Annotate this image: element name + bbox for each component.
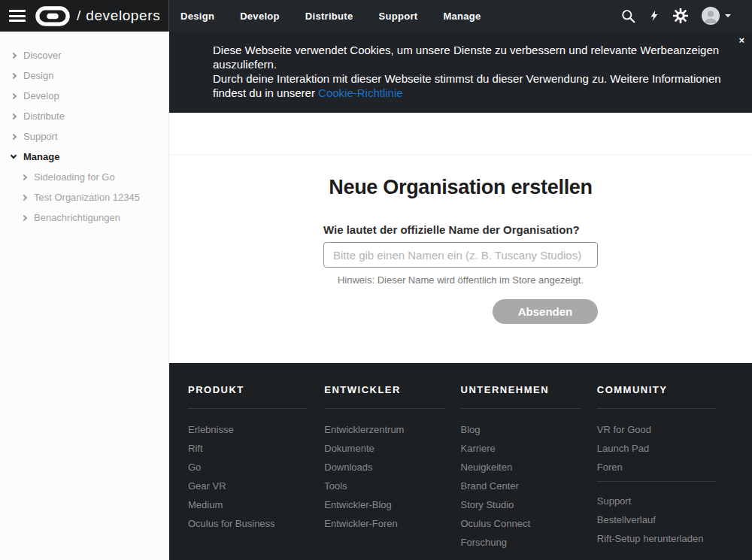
footer-link[interactable]: Neuigkeiten xyxy=(461,462,581,472)
navbar-icon-group xyxy=(621,7,731,25)
sidebar-item-label: Support xyxy=(23,131,58,142)
org-name-input[interactable] xyxy=(323,242,598,268)
close-icon[interactable]: × xyxy=(738,35,744,46)
oculus-logo[interactable] xyxy=(35,6,70,26)
content-divider xyxy=(169,154,752,155)
footer-column-title: ENTWICKLER xyxy=(324,384,444,395)
hamburger-bar xyxy=(9,15,26,17)
navbar-main-area: Design Develop Distribute Support Manage xyxy=(169,0,752,32)
footer-link[interactable]: Story Studio xyxy=(461,500,581,510)
footer-divider xyxy=(188,408,308,409)
org-name-hint: Hinweis: Dieser Name wird öffentlich im … xyxy=(323,274,598,286)
hamburger-menu-icon[interactable] xyxy=(9,10,26,22)
nav-item-develop[interactable]: Develop xyxy=(240,11,280,22)
footer-link[interactable]: Entwickler-Foren xyxy=(324,519,444,528)
footer-link[interactable]: Blog xyxy=(461,425,581,434)
footer-link[interactable]: Foren xyxy=(597,462,717,472)
footer-column-community: COMMUNITY VR for Good Launch Pad Foren S… xyxy=(597,384,733,560)
footer-link[interactable]: Support xyxy=(597,496,717,506)
cookie-text-line: Durch deine Interaktion mit dieser Webse… xyxy=(213,71,722,86)
footer-link[interactable]: Dokumente xyxy=(324,443,444,453)
content-column: Diese Webseite verwendet Cookies, um uns… xyxy=(169,32,752,560)
lightning-icon[interactable] xyxy=(649,8,660,23)
footer-link[interactable]: Entwicklerzentrum xyxy=(324,425,444,434)
nav-item-distribute[interactable]: Distribute xyxy=(305,11,353,22)
cookie-text-line: findest du in unserer Cookie-Richtlinie xyxy=(213,86,722,100)
footer-link[interactable]: Oculus Connect xyxy=(461,519,581,528)
footer-column-title: COMMUNITY xyxy=(597,384,717,395)
footer-divider xyxy=(461,408,581,409)
footer-link-list: VR for Good Launch Pad Foren Support Bes… xyxy=(597,425,717,543)
footer-link[interactable]: Entwickler-Blog xyxy=(324,500,444,510)
sidebar-item-label: Design xyxy=(23,70,53,81)
hamburger-bar xyxy=(9,20,26,22)
sidebar-item-develop[interactable]: Develop xyxy=(0,86,168,106)
page-title: Neue Organisation erstellen xyxy=(169,113,752,199)
footer-link[interactable]: Downloads xyxy=(324,462,444,472)
sidebar-subitem-label: Sideloading for Go xyxy=(34,171,115,183)
footer-link[interactable]: Launch Pad xyxy=(597,443,717,453)
footer-link-list: Erlebnisse Rift Go Gear VR Medium Oculus… xyxy=(188,425,308,528)
footer-link[interactable]: Brand Center xyxy=(461,481,581,491)
footer-divider xyxy=(324,408,444,409)
footer-column-unternehmen: UNTERNEHMEN Blog Karriere Neuigkeiten Br… xyxy=(461,384,597,560)
org-name-label: Wie lautet der offizielle Name der Organ… xyxy=(323,223,598,236)
nav-item-manage[interactable]: Manage xyxy=(443,11,481,22)
brand-slash: / xyxy=(77,8,80,24)
chevron-right-icon xyxy=(21,174,27,180)
footer-link[interactable]: Medium xyxy=(188,500,308,510)
footer-link-list: Blog Karriere Neuigkeiten Brand Center S… xyxy=(461,425,581,547)
navbar-menu: Design Develop Distribute Support Manage xyxy=(180,11,481,22)
footer-link[interactable]: Oculus for Business xyxy=(188,519,308,528)
chevron-down-icon[interactable] xyxy=(725,14,731,17)
sidebar-item-label: Discover xyxy=(23,50,62,61)
footer-link[interactable]: Bestellverlauf xyxy=(597,515,717,525)
footer-divider xyxy=(597,408,717,409)
app-window: / developers Design Develop Distribute S… xyxy=(0,0,752,560)
sidebar: Discover Design Develop Distribute Suppo… xyxy=(0,32,169,560)
footer-link[interactable]: Go xyxy=(188,462,308,472)
sidebar-item-label: Distribute xyxy=(23,110,65,122)
brand-developers-link[interactable]: developers xyxy=(86,8,160,24)
footer-link[interactable]: Karriere xyxy=(461,443,581,453)
footer-link[interactable]: Forschung xyxy=(461,537,581,547)
sidebar-item-distribute[interactable]: Distribute xyxy=(0,106,168,126)
sidebar-subitem-sideloading-for-go[interactable]: Sideloading for Go xyxy=(0,167,168,187)
footer-column-title: PRODUKT xyxy=(188,384,308,395)
hamburger-bar xyxy=(9,10,26,12)
chevron-right-icon xyxy=(11,133,17,139)
sidebar-subitem-test-organization[interactable]: Test Organization 12345 xyxy=(0,187,168,207)
avatar[interactable] xyxy=(702,7,720,25)
footer-link[interactable]: VR for Good xyxy=(597,425,717,434)
chevron-right-icon xyxy=(11,52,17,58)
footer-link[interactable]: Tools xyxy=(324,481,444,491)
sidebar-item-discover[interactable]: Discover xyxy=(0,45,168,65)
sidebar-item-support[interactable]: Support xyxy=(0,126,168,147)
nav-item-support[interactable]: Support xyxy=(379,11,418,22)
cookie-banner: Diese Webseite verwendet Cookies, um uns… xyxy=(169,32,752,113)
sidebar-subitem-benachrichtigungen[interactable]: Benachrichtigungen xyxy=(0,207,168,228)
chevron-right-icon xyxy=(21,194,27,200)
nav-item-design[interactable]: Design xyxy=(180,11,214,22)
cookie-policy-link[interactable]: Cookie-Richtlinie xyxy=(318,86,403,99)
sidebar-item-manage[interactable]: Manage xyxy=(0,147,168,167)
cookie-text-line: auszuliefern. xyxy=(213,57,722,71)
footer-link[interactable]: Rift-Setup herunterladen xyxy=(597,534,717,543)
footer-column-entwickler: ENTWICKLER Entwicklerzentrum Dokumente D… xyxy=(324,384,460,560)
sidebar-item-label: Develop xyxy=(23,90,59,101)
footer-link[interactable]: Rift xyxy=(188,443,308,453)
form-actions: Absenden xyxy=(323,299,598,324)
sidebar-subitem-label: Test Organization 12345 xyxy=(34,192,140,203)
sidebar-subitem-label: Benachrichtigungen xyxy=(34,212,120,223)
main-content: Neue Organisation erstellen Wie lautet d… xyxy=(169,113,752,363)
submit-button[interactable]: Absenden xyxy=(493,299,598,324)
user-menu[interactable] xyxy=(702,7,731,25)
footer-link[interactable]: Gear VR xyxy=(188,481,308,491)
gear-icon[interactable] xyxy=(673,8,688,23)
footer-divider xyxy=(597,481,717,482)
search-icon[interactable] xyxy=(621,9,635,23)
sidebar-item-design[interactable]: Design xyxy=(0,65,168,86)
footer-link[interactable]: Erlebnisse xyxy=(188,425,308,434)
chevron-right-icon xyxy=(11,92,17,98)
footer-link-list: Entwicklerzentrum Dokumente Downloads To… xyxy=(324,425,444,528)
